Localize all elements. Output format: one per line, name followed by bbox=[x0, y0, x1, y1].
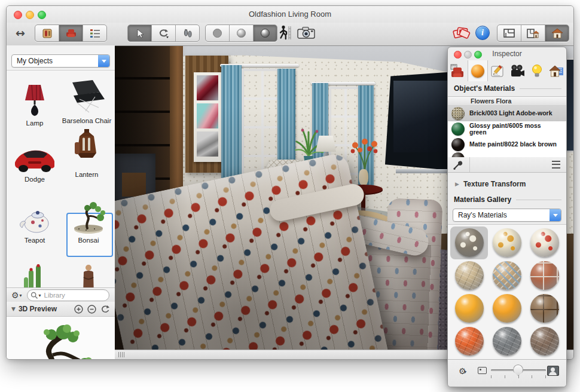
tab-materials[interactable] bbox=[468, 60, 489, 81]
library-segment bbox=[35, 24, 107, 42]
material-row[interactable]: Glossy paint/6005 moss green bbox=[448, 121, 566, 137]
collection-select[interactable]: Ray's Materials bbox=[453, 209, 561, 222]
material-row[interactable]: Brick/003 Light Adobe-work bbox=[448, 106, 566, 121]
rotate-icon bbox=[158, 28, 170, 39]
material-sphere bbox=[493, 261, 521, 290]
material-sphere bbox=[530, 327, 559, 356]
search-input[interactable] bbox=[43, 291, 100, 299]
slider-thumb[interactable] bbox=[513, 365, 523, 376]
shaded-highlights-button[interactable] bbox=[254, 25, 277, 41]
material-sphere bbox=[455, 228, 484, 257]
cabinet-panel bbox=[122, 173, 146, 197]
object-label: Barselona Chair bbox=[61, 117, 112, 124]
collapse-panels-button[interactable]: ↔ bbox=[13, 24, 28, 41]
artwork bbox=[197, 75, 218, 100]
object-item-dodge[interactable]: Dodge bbox=[9, 137, 60, 183]
object-item-bonsai[interactable]: Bonsai bbox=[63, 198, 114, 244]
material-swatch-stone-tile-brown[interactable] bbox=[526, 292, 564, 325]
object-item-teapot[interactable]: Teapot bbox=[9, 198, 60, 244]
tab-light[interactable] bbox=[527, 60, 547, 81]
material-swatch-clay-orange-red[interactable] bbox=[450, 324, 488, 357]
material-swatch-scratched-brown[interactable] bbox=[526, 324, 564, 357]
feet-icon bbox=[183, 29, 193, 38]
object-item-lantern[interactable]: Lantern bbox=[61, 133, 112, 178]
list-icon bbox=[90, 29, 100, 38]
lamp-thumbnail bbox=[9, 81, 60, 117]
gallery-gear-caret-icon[interactable]: ▾ bbox=[464, 369, 466, 375]
disclosure-right-icon[interactable]: ▶ bbox=[455, 181, 459, 187]
material-sphere bbox=[493, 327, 521, 356]
main-toolbar: ↔ bbox=[7, 23, 573, 46]
walkthrough-button[interactable] bbox=[277, 24, 292, 41]
search-scope-caret-icon[interactable]: ▾ bbox=[39, 293, 41, 298]
furniture-library-button[interactable] bbox=[59, 25, 83, 41]
material-swatch-orange-gloss-2[interactable] bbox=[488, 292, 526, 325]
tv-screen bbox=[393, 81, 456, 152]
gear-caret-icon[interactable]: ▾ bbox=[20, 293, 22, 298]
material-row[interactable]: Matte paint/8022 black brown bbox=[448, 137, 566, 152]
export-movie-button[interactable] bbox=[450, 24, 472, 41]
material-swatch-brick-red[interactable] bbox=[526, 259, 564, 292]
zoom-out-icon[interactable] bbox=[87, 305, 96, 314]
info-button[interactable]: i bbox=[475, 24, 490, 41]
lantern-thumbnail bbox=[61, 133, 112, 169]
cursor-icon bbox=[135, 28, 145, 39]
scrollbar-handle[interactable] bbox=[118, 352, 124, 357]
object-item-figurine-partial[interactable] bbox=[63, 259, 114, 288]
material-sphere bbox=[530, 294, 559, 323]
material-group-row[interactable]: Flowers Flora bbox=[448, 97, 566, 106]
plan-view-button[interactable] bbox=[497, 25, 521, 41]
tab-camera[interactable] bbox=[508, 60, 527, 81]
object-item-barselona-chair[interactable]: Barselona Chair bbox=[61, 79, 112, 124]
snapshot-button[interactable] bbox=[296, 24, 316, 41]
building-elements-library-button[interactable] bbox=[35, 25, 59, 41]
preview-header[interactable]: ▼ 3D Preview bbox=[7, 302, 115, 317]
split-view-button[interactable] bbox=[521, 25, 545, 41]
materials-list: Flowers Flora Brick/003 Light Adobe-work… bbox=[448, 96, 566, 158]
zoom-in-icon[interactable] bbox=[74, 305, 83, 314]
walking-person-icon bbox=[278, 25, 291, 41]
material-sphere bbox=[493, 228, 521, 257]
select-tool-button[interactable] bbox=[128, 25, 152, 41]
list-view-button[interactable] bbox=[83, 25, 106, 41]
floor-plan-icon bbox=[503, 29, 515, 38]
tab-project[interactable] bbox=[547, 60, 566, 81]
material-swatch-floral-gray[interactable] bbox=[450, 226, 488, 259]
gear-icon[interactable]: ⚙ bbox=[11, 290, 19, 300]
material-swatch-scratched-gray[interactable] bbox=[488, 324, 526, 357]
collection-select-value: Ray's Materials bbox=[458, 211, 507, 219]
material-swatch-orange-gloss-1[interactable] bbox=[450, 292, 488, 325]
library-search[interactable]: ▾ bbox=[27, 289, 109, 301]
divider bbox=[469, 157, 470, 172]
material-swatch-snake-beige[interactable] bbox=[450, 259, 488, 292]
small-preview-icon bbox=[478, 367, 487, 374]
inspector-title-bar[interactable]: Inspector bbox=[448, 47, 566, 60]
disclosure-down-icon[interactable]: ▼ bbox=[11, 306, 16, 312]
rotate-preview-icon[interactable] bbox=[100, 305, 110, 314]
shaded-render-button[interactable] bbox=[230, 25, 254, 41]
3d-preview-pane[interactable] bbox=[7, 317, 115, 359]
eyedropper-icon[interactable] bbox=[453, 160, 463, 170]
tab-edit[interactable] bbox=[488, 60, 508, 81]
3d-view-button[interactable] bbox=[545, 25, 569, 41]
size-slider[interactable] bbox=[491, 369, 546, 371]
window-title: Oldfashion Living Room bbox=[7, 10, 573, 19]
object-item-lamp[interactable]: Lamp bbox=[9, 81, 60, 127]
object-item-cactus-partial[interactable] bbox=[9, 259, 60, 288]
rotate-tool-button[interactable] bbox=[152, 25, 176, 41]
bonsai-thumbnail bbox=[63, 198, 114, 234]
title-bar[interactable]: Oldfashion Living Room bbox=[7, 6, 573, 23]
table-lamp-shade bbox=[316, 136, 336, 152]
object-label: Bonsai bbox=[63, 237, 114, 244]
category-select[interactable]: My Objects bbox=[11, 54, 110, 68]
texture-transform-disclosure[interactable]: ▶ Texture Transform bbox=[455, 180, 526, 188]
walk-tool-button[interactable] bbox=[176, 25, 199, 41]
material-swatch-argyle[interactable] bbox=[488, 259, 526, 292]
material-swatch-floral-cream-yellow[interactable] bbox=[488, 226, 526, 259]
slider-ticks bbox=[491, 375, 546, 379]
material-swatch-floral-cream-red[interactable] bbox=[526, 226, 564, 259]
view-segment bbox=[497, 24, 569, 42]
flat-shading-button[interactable] bbox=[206, 25, 230, 41]
tab-object-info[interactable] bbox=[448, 60, 468, 81]
list-options-icon[interactable] bbox=[552, 161, 560, 169]
